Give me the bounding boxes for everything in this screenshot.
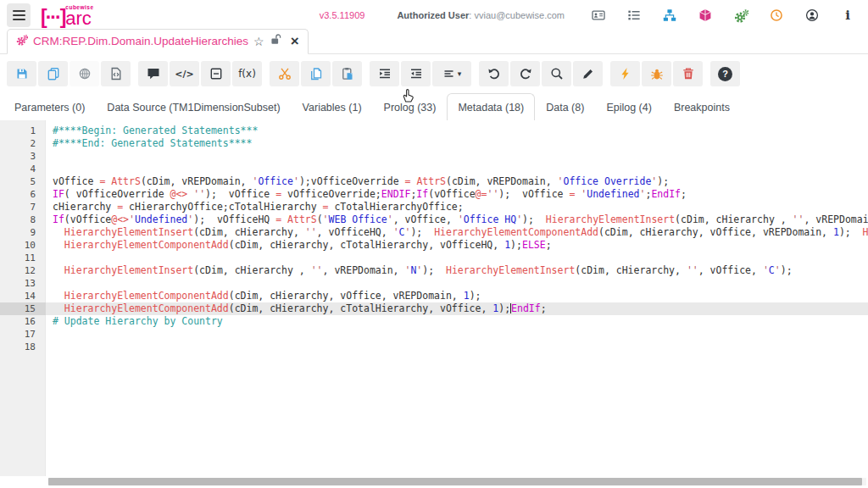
- code-line-8[interactable]: 8If(vOffice@<>'Undefined'); vOfficeHQ = …: [0, 214, 868, 226]
- search-button[interactable]: [542, 61, 571, 86]
- tab-data-source-tm1dimensionsubset[interactable]: Data Source (TM1DimensionSubset): [96, 93, 291, 122]
- tab-data-8[interactable]: Data (8): [535, 93, 595, 122]
- collapse-button[interactable]: [201, 61, 231, 86]
- toolbar-group: ▾: [370, 61, 471, 86]
- indent-button[interactable]: [370, 61, 399, 86]
- align-lines-icon: [442, 67, 456, 80]
- tab-prolog-33[interactable]: Prolog (33): [373, 93, 448, 122]
- code-line-18[interactable]: 18: [0, 341, 868, 353]
- code-line-2[interactable]: 2#****End: Generated Statements****: [0, 137, 868, 150]
- toolbar-group: ?: [710, 61, 740, 86]
- line-number[interactable]: 8: [0, 214, 46, 226]
- cut-button[interactable]: [270, 61, 299, 86]
- code-line-12[interactable]: 12 HierarchyElementInsert(cDim, cHierarc…: [0, 264, 868, 277]
- line-number[interactable]: 5: [0, 175, 46, 188]
- bug-icon: [650, 67, 664, 80]
- code-area[interactable]: 1#****Begin: Generated Statements***2#**…: [0, 120, 868, 353]
- code-line-3[interactable]: 3: [0, 150, 868, 163]
- copy-selection-button[interactable]: [301, 61, 331, 86]
- line-number[interactable]: 7: [0, 201, 46, 214]
- line-number[interactable]: 12: [0, 264, 46, 277]
- code-line-1[interactable]: 1#****Begin: Generated Statements***: [0, 125, 868, 137]
- copy-process-button[interactable]: [38, 61, 68, 86]
- code-line-17[interactable]: 17: [0, 328, 868, 341]
- line-number[interactable]: 11: [0, 252, 46, 264]
- info-icon: i: [845, 8, 850, 23]
- code-line-13[interactable]: 13: [0, 277, 868, 290]
- code-line-11[interactable]: 11: [0, 252, 868, 264]
- favorite-star-icon[interactable]: ☆: [253, 36, 264, 47]
- code-tag-icon: </>: [175, 69, 193, 79]
- line-number[interactable]: 1: [0, 125, 46, 137]
- tab-variables-1[interactable]: Variables (1): [292, 93, 373, 122]
- function-button[interactable]: f(x): [232, 61, 262, 86]
- document-tab[interactable]: CRM:REP.Dim.Domain.UpdateHierarchies ☆ ×: [7, 29, 309, 54]
- line-number[interactable]: 18: [0, 341, 46, 353]
- cube-icon-button[interactable]: [697, 7, 714, 24]
- save-button[interactable]: [7, 61, 36, 86]
- tab-metadata-18[interactable]: Metadata (18): [447, 93, 535, 122]
- unlock-icon[interactable]: [270, 33, 282, 49]
- tab-parameters-0[interactable]: Parameters (0): [3, 93, 96, 122]
- code-line-15[interactable]: 15 HierarchyElementComponentAdd(cDim, cH…: [0, 302, 868, 315]
- clock-icon-button[interactable]: [768, 7, 785, 24]
- format-dropdown-button[interactable]: ▾: [432, 61, 471, 86]
- line-number[interactable]: 13: [0, 277, 46, 290]
- edit-button[interactable]: [573, 61, 603, 86]
- delete-button[interactable]: [673, 61, 703, 86]
- line-number[interactable]: 9: [0, 226, 46, 239]
- line-number[interactable]: 2: [0, 137, 46, 150]
- outdent-button[interactable]: [401, 61, 431, 86]
- pencil-icon: [581, 67, 595, 80]
- code-line-6[interactable]: 6IF( vOfficeOverride @<> ''); vOffice = …: [0, 188, 868, 201]
- run-button[interactable]: [610, 61, 640, 86]
- redo-button[interactable]: [510, 61, 540, 86]
- menu-button[interactable]: [7, 3, 31, 27]
- authorized-user-label: Authorized User: vviau@cubewise.com: [397, 10, 565, 20]
- info-icon-button[interactable]: i: [839, 7, 856, 24]
- code-line-4[interactable]: 4: [0, 163, 868, 175]
- search-icon: [550, 67, 564, 80]
- indent-icon: [378, 67, 392, 80]
- scrollbar-thumb[interactable]: [48, 478, 862, 485]
- code-line-14[interactable]: 14 HierarchyElementComponentAdd(cDim, cH…: [0, 290, 868, 302]
- line-number[interactable]: 15: [0, 302, 46, 315]
- undo-button[interactable]: [479, 61, 509, 86]
- line-number[interactable]: 6: [0, 188, 46, 201]
- file-code-button[interactable]: [101, 61, 131, 86]
- horizontal-scrollbar[interactable]: [48, 478, 866, 485]
- id-card-icon-button[interactable]: [590, 7, 607, 24]
- debug-button[interactable]: [642, 61, 671, 86]
- tab-breakpoints[interactable]: Breakpoints: [663, 93, 741, 122]
- code-line-16[interactable]: 16# Update Hierarchy by Country: [0, 315, 868, 328]
- code-line-5[interactable]: 5vOffice = AttrS(cDim, vREPDomain, 'Offi…: [0, 175, 868, 188]
- top-icon-bar: i: [590, 7, 856, 24]
- code-line-10[interactable]: 10 HierarchyElementComponentAdd(cDim, cH…: [0, 239, 868, 252]
- code-line-7[interactable]: 7cHierarchy = cHierarchyOffice;cTotalHie…: [0, 201, 868, 214]
- copy-pages-icon: [309, 67, 323, 80]
- redo-icon: [519, 67, 532, 80]
- cubewise-arc-logo[interactable]: [···] cubewise arc: [41, 5, 94, 25]
- line-number[interactable]: 17: [0, 328, 46, 341]
- logo-arc-text: arc: [65, 11, 93, 25]
- user-icon-button[interactable]: [804, 7, 821, 24]
- code-line-9[interactable]: 9 HierarchyElementInsert(cDim, cHierarch…: [0, 226, 868, 239]
- line-number[interactable]: 14: [0, 290, 46, 302]
- list-icon-button[interactable]: [626, 7, 643, 24]
- close-tab-icon[interactable]: ×: [291, 34, 299, 48]
- gears-icon-button[interactable]: [732, 7, 749, 24]
- code-block-button[interactable]: </>: [170, 61, 199, 86]
- tab-epilog-4[interactable]: Epilog (4): [595, 93, 663, 122]
- line-number[interactable]: 10: [0, 239, 46, 252]
- code-editor[interactable]: 1#****Begin: Generated Statements***2#**…: [0, 120, 868, 488]
- comment-button[interactable]: [138, 61, 168, 86]
- globe-button[interactable]: [70, 61, 99, 86]
- line-number[interactable]: 3: [0, 150, 46, 163]
- id-card-icon: [592, 8, 605, 22]
- help-button[interactable]: ?: [710, 61, 740, 86]
- paste-icon: [341, 67, 354, 80]
- line-number[interactable]: 16: [0, 315, 46, 328]
- paste-button[interactable]: [332, 61, 362, 86]
- line-number[interactable]: 4: [0, 163, 46, 175]
- sitemap-icon-button[interactable]: [661, 7, 678, 24]
